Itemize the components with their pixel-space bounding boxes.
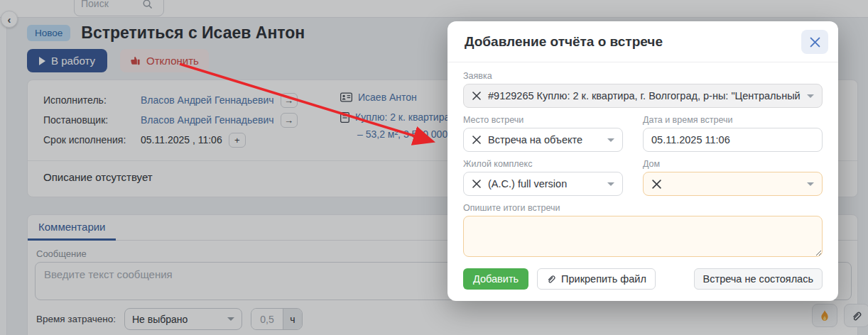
meeting-datetime-input[interactable]: 05.11.2025 11:06 [643,128,823,152]
modal-close-button[interactable] [801,30,828,54]
attach-file-button[interactable]: Прикрепить файл [537,268,656,290]
request-field-label: Заявка [463,71,823,81]
house-select[interactable] [643,172,823,196]
clear-icon[interactable] [472,135,482,145]
paperclip-icon [546,274,556,284]
meeting-report-modal: Добавление отчёта о встрече Заявка #9129… [447,21,838,301]
chevron-down-icon [807,182,814,186]
place-field-label: Место встречи [463,115,623,125]
chevron-down-icon [807,94,814,98]
meeting-summary-textarea[interactable] [463,216,823,257]
summary-field-label: Опишите итоги встречи [463,203,823,213]
request-select[interactable]: #9129265 Куплю: 2 к. квартира, г. Волгог… [463,84,823,108]
clear-icon[interactable] [472,91,482,101]
chevron-down-icon [607,138,614,142]
house-field-label: Дом [643,159,823,169]
residential-complex-select[interactable]: (A.C.) full version [463,172,623,196]
datetime-field-label: Дата и время встречи [643,115,823,125]
modal-title: Добавление отчёта о встрече [465,34,663,50]
chevron-down-icon [607,182,614,186]
add-report-button[interactable]: Добавить [463,268,528,290]
meeting-not-held-button[interactable]: Встреча не состоялась [694,268,823,290]
complex-field-label: Жилой комплекс [463,159,623,169]
clear-icon[interactable] [472,179,482,189]
clear-icon[interactable] [651,179,662,190]
meeting-place-select[interactable]: Встреча на объекте [463,128,623,152]
close-icon [810,37,820,48]
